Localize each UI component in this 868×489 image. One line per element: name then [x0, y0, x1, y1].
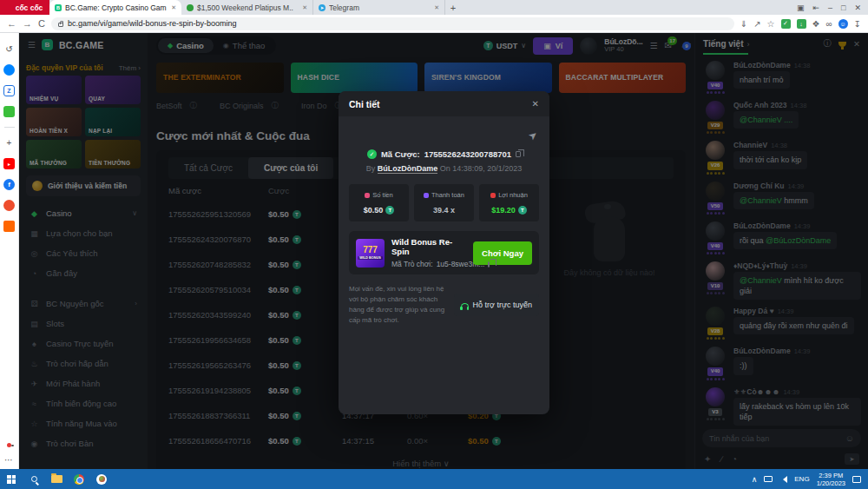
youtube-icon[interactable]: ▸	[3, 158, 15, 169]
usdt-coin-icon: T	[518, 206, 527, 215]
start-button[interactable]	[0, 469, 23, 489]
tab-close-icon[interactable]: ✕	[302, 4, 307, 11]
modal-close-icon[interactable]: ✕	[532, 99, 539, 109]
history-icon[interactable]: ↺	[3, 43, 15, 55]
browser-tab-strip: cốc cốc BBC.Game: Crypto Casino Gam✕$1,5…	[0, 0, 868, 15]
sidebar-toggle-icon[interactable]: ⇤	[812, 3, 819, 12]
hidden-icons-chevron[interactable]: ∧	[752, 475, 758, 484]
browser-tab[interactable]: ➤Telegram✕	[313, 0, 445, 15]
coccoc-brand-label: cốc cốc	[16, 3, 43, 12]
stat-card: Lợi nhuận$19.20T	[479, 184, 539, 221]
windows-taskbar: ∧ ENG 2:39 PM 1/20/2023	[0, 469, 868, 489]
bet-stats: Số tiền$0.50TThanh toán39.4 xLợi nhuận$1…	[349, 184, 539, 221]
account-icon[interactable]: ☺	[838, 19, 848, 29]
back-button[interactable]: ←	[7, 19, 16, 29]
coccoc-taskbar-icon[interactable]	[90, 469, 113, 489]
stat-icon	[424, 193, 429, 198]
game-name: Wild Bonus Re-Spin	[391, 237, 466, 256]
on-label: On	[440, 164, 450, 173]
zalo-icon[interactable]: Z	[3, 85, 15, 96]
address-bar[interactable]: bc.game/vi/game/wild-bonus-re-spin-by-bo…	[51, 17, 734, 30]
taskbar-search-icon[interactable]	[23, 469, 45, 489]
bet-datetime: 14:38:09, 20/1/2023	[452, 164, 522, 173]
browser-tab[interactable]: BBC.Game: Crypto Casino Gam✕	[49, 0, 181, 15]
game-id-label: Mã Trò chơi:	[391, 260, 433, 268]
extensions-icon[interactable]: ❖	[812, 19, 820, 29]
close-button[interactable]: ✕	[854, 3, 861, 12]
file-explorer-icon[interactable]	[45, 469, 68, 489]
modal-title: Chi tiết	[349, 99, 380, 109]
headset-icon	[461, 303, 469, 308]
more-icon[interactable]: ⋯	[3, 454, 15, 466]
toolbar-icons: ⇓ ↗ ☆ ✓ ↓ ❖ ∞ ☺ ↧	[740, 19, 861, 29]
taskbar-clock[interactable]: 2:39 PM 1/20/2023	[817, 472, 845, 487]
stat-card: Thanh toán39.4 x	[414, 184, 474, 221]
copy-game-id-icon[interactable]	[488, 261, 490, 268]
facebook-icon[interactable]: f	[3, 179, 15, 190]
network-icon[interactable]	[764, 476, 773, 482]
send-to-device-icon[interactable]: ⇓	[740, 19, 747, 29]
new-tab-button[interactable]: +	[445, 0, 461, 15]
bookmark-star-icon[interactable]: ☆	[767, 19, 775, 29]
bcgame-favicon: B	[55, 4, 62, 11]
shopee-icon[interactable]	[3, 200, 15, 211]
divider	[4, 127, 15, 128]
volume-icon[interactable]	[779, 476, 787, 483]
stat-value: $0.50T	[352, 206, 406, 215]
bet-byline: By BúLozDònDame On 14:38:09, 20/1/2023	[349, 164, 539, 173]
support-text: Mọi vấn đề, xin vui lòng liên hệ với bộ …	[349, 284, 447, 326]
game-card: 777 WILD BONUS Wild Bonus Re-Spin Mã Trò…	[349, 231, 539, 274]
forward-button[interactable]: →	[23, 19, 32, 29]
plus-icon[interactable]: +	[3, 137, 15, 149]
action-center-icon[interactable]	[852, 476, 861, 483]
browser-toolbar: ← → C bc.game/vi/game/wild-bonus-re-spin…	[0, 15, 868, 33]
stat-icon	[365, 193, 370, 198]
bet-details-modal: Chi tiết ✕ ➤ ✓ Mã Cược: 1755526243200788…	[339, 91, 549, 414]
support-button-label: Hỗ trợ trực tuyến	[473, 301, 532, 309]
tab-search-icon[interactable]: ▣	[797, 3, 805, 12]
profiles-icon[interactable]: ∞	[825, 19, 832, 29]
player-name-link[interactable]: BúLozDònDame	[378, 164, 438, 174]
window-controls: ▣ ⇤ – □ ✕	[790, 0, 868, 15]
modal-header: Chi tiết ✕	[339, 91, 549, 116]
cart-icon[interactable]	[3, 221, 15, 232]
coccoc-shield-icon[interactable]: ✓	[781, 19, 791, 29]
stat-label: Số tiền	[352, 191, 406, 199]
tab-close-icon[interactable]: ✕	[171, 4, 176, 11]
bcgame-site: ☰ B BC.GAME Đặc quyền VIP của tôi Thêm ›…	[19, 33, 868, 469]
chrome-icon[interactable]	[68, 469, 90, 489]
tab-title: BC.Game: Crypto Casino Gam	[65, 3, 168, 12]
screen: cốc cốc BBC.Game: Crypto Casino Gam✕$1,5…	[0, 0, 868, 489]
taskbar-time: 2:39 PM	[817, 472, 845, 479]
reload-button[interactable]: C	[38, 19, 45, 29]
by-label: By	[366, 164, 376, 173]
share-icon[interactable]: ↗	[753, 19, 760, 29]
coccoc-brand[interactable]: cốc cốc	[0, 0, 49, 15]
page-content: ↺Z+▸f⋯ ☰ B BC.GAME Đặc quyền VIP của tôi…	[0, 33, 868, 469]
verified-check-icon: ✓	[367, 149, 377, 159]
game-thumbnail[interactable]: 777 WILD BONUS	[356, 239, 385, 268]
bet-id-line: ✓ Mã Cược: 1755526243200788701	[349, 149, 539, 159]
browser-side-strip: ↺Z+▸f⋯	[0, 33, 19, 469]
copy-bet-id-icon[interactable]	[516, 151, 521, 157]
browser-tab[interactable]: $1,500 Weekend Platipus M..✕	[181, 0, 313, 15]
stat-label: Lợi nhuận	[482, 191, 536, 199]
browser-tabs: BBC.Game: Crypto Casino Gam✕$1,500 Weeke…	[49, 0, 445, 15]
live-support-button[interactable]: Hỗ trợ trực tuyến	[454, 294, 539, 316]
minimize-button[interactable]: –	[828, 3, 832, 12]
downloads-icon[interactable]: ↧	[854, 19, 861, 29]
stat-value: 39.4 x	[417, 206, 471, 215]
language-indicator[interactable]: ENG	[794, 475, 809, 483]
game-info: Wild Bonus Re-Spin Mã Trò chơi: 1u5-8swe…	[391, 237, 466, 268]
play-now-button[interactable]: Chơi Ngay	[473, 241, 532, 265]
modal-body: ➤ ✓ Mã Cược: 1755526243200788701 By BúLo…	[339, 116, 549, 333]
tab-close-icon[interactable]: ✕	[434, 4, 439, 11]
maximize-button[interactable]: □	[841, 3, 845, 12]
taskbar-date: 1/20/2023	[817, 479, 845, 487]
stat-label: Thanh toán	[417, 191, 471, 199]
download-manager-icon[interactable]: ↓	[797, 19, 806, 29]
tab-title: $1,500 Weekend Platipus M..	[197, 3, 299, 12]
share-bet-icon[interactable]: ➤	[526, 128, 541, 142]
messenger-icon[interactable]	[3, 64, 15, 76]
games-icon[interactable]	[3, 106, 15, 117]
